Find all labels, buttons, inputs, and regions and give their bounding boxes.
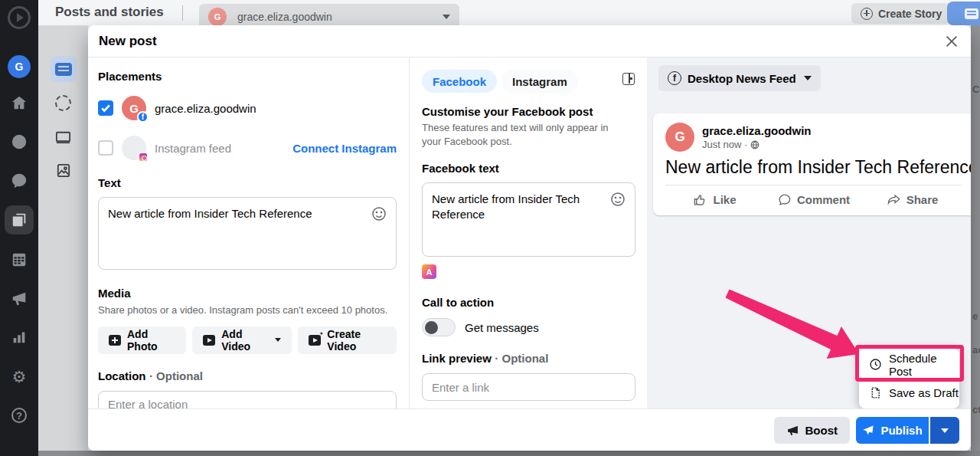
header-divider bbox=[182, 5, 183, 21]
facebook-badge-icon: f bbox=[137, 111, 149, 123]
tab-instagram[interactable]: Instagram bbox=[501, 70, 578, 93]
post-text-area[interactable]: New article from Insider Tech Reference bbox=[98, 197, 397, 270]
facebook-account-avatar: G f bbox=[122, 96, 146, 120]
subnav-loading bbox=[51, 90, 77, 116]
boost-button[interactable]: Boost bbox=[774, 417, 851, 444]
gear-icon: ⚙ bbox=[12, 369, 27, 385]
calendar-icon bbox=[11, 251, 28, 267]
share-button[interactable]: Share bbox=[863, 192, 962, 207]
link-input[interactable] bbox=[422, 373, 635, 401]
creator-studio-logo-icon[interactable] bbox=[8, 6, 31, 29]
question-icon: ? bbox=[11, 408, 27, 423]
add-video-button[interactable]: Add Video bbox=[192, 326, 292, 354]
like-button[interactable]: Like bbox=[665, 192, 764, 207]
save-as-draft-item[interactable]: Save as Draft bbox=[859, 379, 959, 407]
sidebar-avatar[interactable]: G bbox=[8, 55, 31, 78]
comment-button[interactable]: Comment bbox=[764, 192, 863, 207]
location-heading: Location · Optional bbox=[98, 369, 397, 383]
photos-icon bbox=[54, 162, 72, 179]
platform-tabs: Facebook Instagram bbox=[422, 70, 635, 93]
tab-facebook[interactable]: Facebook bbox=[422, 70, 497, 93]
home-icon bbox=[11, 94, 28, 111]
schedule-post-item[interactable]: Schedule Post bbox=[859, 350, 959, 379]
preview-actions: Like Comment Share bbox=[665, 185, 971, 213]
megaphone-icon bbox=[11, 290, 28, 307]
chevron-down-icon bbox=[804, 76, 812, 80]
media-hint: Share photos or a video. Instagram posts… bbox=[98, 303, 397, 317]
media-buttons: Add Photo Add Video Create Video bbox=[98, 326, 397, 354]
subnav-ab-tests[interactable] bbox=[51, 123, 77, 149]
thumbs-up-icon bbox=[693, 192, 707, 207]
publish-button[interactable]: Publish bbox=[856, 417, 929, 444]
instagram-checkbox[interactable] bbox=[98, 140, 113, 156]
dialog-title: New post bbox=[99, 34, 157, 49]
page-bottom-strip bbox=[38, 451, 980, 456]
add-photo-button[interactable]: Add Photo bbox=[98, 326, 186, 354]
facebook-text-area[interactable]: New article from Insider Tech Reference bbox=[422, 182, 635, 257]
placement-facebook-row: G f grace.eliza.goodwin bbox=[98, 93, 397, 123]
toggle-knob bbox=[425, 321, 438, 334]
sidebar-item-inbox[interactable] bbox=[5, 166, 34, 195]
create-video-button[interactable]: Create Video bbox=[298, 326, 397, 354]
sidebar-item-help[interactable]: ? bbox=[5, 401, 34, 430]
preview-surface-label: Desktop News Feed bbox=[688, 72, 796, 85]
facebook-checkbox[interactable] bbox=[98, 100, 113, 116]
globe-icon bbox=[750, 140, 760, 149]
account-name: grace.eliza.goodwin bbox=[237, 11, 332, 23]
create-video-icon bbox=[309, 335, 321, 346]
chevron-down-icon bbox=[443, 15, 450, 19]
post-lines-icon bbox=[55, 63, 72, 76]
text-background-icon[interactable]: A bbox=[422, 264, 436, 279]
sidebar-item-monetization[interactable] bbox=[5, 284, 34, 313]
close-icon[interactable] bbox=[943, 33, 960, 50]
sidebar-item-home[interactable] bbox=[5, 88, 34, 117]
cta-heading: Call to action bbox=[422, 296, 635, 309]
media-heading: Media bbox=[98, 287, 397, 300]
preview-account-name: grace.eliza.goodwin bbox=[702, 124, 812, 137]
chevron-down-icon bbox=[275, 338, 281, 342]
account-avatar: G bbox=[208, 8, 227, 26]
add-photo-icon bbox=[109, 335, 121, 346]
collapse-panel-icon[interactable] bbox=[622, 73, 635, 85]
create-post-button[interactable] bbox=[947, 2, 980, 25]
subnav-stories[interactable] bbox=[51, 157, 77, 183]
spinner-icon bbox=[55, 95, 71, 111]
facebook-account-name: grace.eliza.goodwin bbox=[155, 102, 256, 115]
dialog-header: New post bbox=[88, 25, 971, 57]
text-heading: Text bbox=[98, 176, 397, 189]
preview-surface-selector[interactable]: f Desktop News Feed bbox=[658, 65, 821, 91]
create-story-label: Create Story bbox=[878, 8, 942, 20]
placement-instagram-row: Instagram feed Connect Instagram bbox=[98, 133, 397, 162]
instagram-feed-label: Instagram feed bbox=[155, 142, 231, 155]
sidebar-item-calendar[interactable] bbox=[5, 244, 34, 274]
publish-options-menu: Schedule Post Save as Draft bbox=[859, 349, 959, 408]
sidebar-item-settings[interactable]: ⚙ bbox=[5, 362, 34, 391]
sidebar-item-activity[interactable] bbox=[5, 127, 34, 156]
create-story-button[interactable]: Create Story bbox=[851, 3, 951, 24]
publish-options-button[interactable] bbox=[930, 417, 959, 444]
sidebar-item-insights[interactable] bbox=[5, 323, 34, 352]
link-optional-label: · Optional bbox=[495, 352, 548, 365]
paper-plane-icon bbox=[862, 425, 874, 437]
megaphone-icon bbox=[786, 424, 799, 437]
emoji-picker-icon[interactable] bbox=[610, 192, 626, 207]
instagram-avatar bbox=[122, 136, 146, 160]
facebook-text-label: Facebook text bbox=[422, 162, 635, 175]
emoji-picker-icon[interactable] bbox=[371, 206, 387, 221]
comment-icon bbox=[777, 192, 792, 207]
location-input[interactable] bbox=[98, 391, 397, 408]
dialog-footer: Boost Publish bbox=[88, 408, 971, 451]
page-title: Posts and stories bbox=[55, 5, 164, 20]
compose-column: Placements G f grace.eliza.goodwin bbox=[88, 57, 410, 408]
get-messages-toggle[interactable] bbox=[422, 318, 456, 336]
connect-instagram-link[interactable]: Connect Instagram bbox=[292, 142, 397, 155]
facebook-text-value: New article from Insider Tech Reference bbox=[432, 192, 610, 221]
edge-fragment: ct bbox=[972, 404, 980, 415]
page-edge-sliver: C e c ac ct bbox=[971, 25, 980, 451]
sidebar-item-posts[interactable] bbox=[5, 205, 34, 235]
facebook-logo-icon: f bbox=[668, 71, 681, 85]
get-messages-label: Get messages bbox=[465, 321, 539, 334]
instagram-badge-icon bbox=[138, 152, 149, 162]
subnav-published-posts[interactable] bbox=[51, 56, 77, 82]
post-preview-card: G grace.eliza.goodwin Just now · New art… bbox=[653, 113, 971, 215]
